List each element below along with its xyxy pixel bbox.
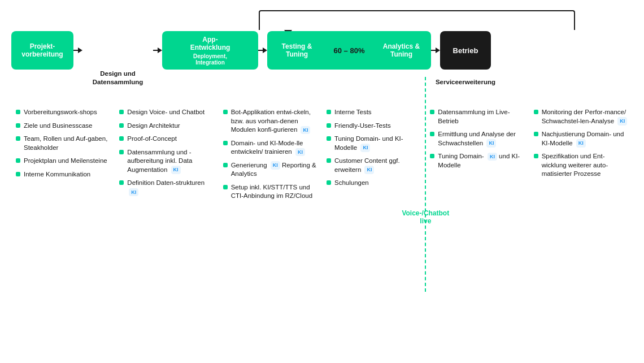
bullet-icon — [430, 110, 434, 114]
col1-list: Vorbereitungswork-shops Ziele und Busine… — [16, 108, 110, 179]
phases-row: Projekt- vorbereitung Design undDatensam… — [11, 31, 633, 70]
connector-5 — [431, 50, 436, 51]
percent-area: 60 – 80% — [327, 31, 372, 70]
phase-analytics: Analytics & Tuning — [372, 31, 431, 70]
list-item: Vorbereitungswork-shops — [16, 108, 110, 117]
bullet-icon — [223, 110, 228, 114]
bullet-icon — [16, 172, 20, 176]
phase-testing: Testing & Tuning — [267, 31, 327, 70]
list-item: Schulungen — [327, 179, 421, 188]
ki-badge: KI — [171, 166, 181, 174]
col6-list: Monitoring der Perfor-mance/ Schwachstel… — [534, 108, 628, 179]
arrow-2 — [158, 47, 162, 53]
bullet-icon — [16, 123, 20, 128]
phase-analytics-label: Analytics & Tuning — [383, 42, 420, 58]
connector-1 — [73, 50, 78, 51]
col-testing: Voice-/Chatbotlive Interne Tests Friendl… — [322, 108, 425, 205]
col2-list: Design Voice- und Chatbot Design Archite… — [119, 108, 214, 196]
bullet-icon — [119, 110, 124, 114]
phase-label: Projekt- vorbereitung — [21, 42, 63, 58]
list-item: Monitoring der Perfor-mance/ Schwachstel… — [534, 108, 628, 126]
ki-badge: KI — [486, 139, 496, 147]
live-label: Voice-/Chatbotlive — [402, 209, 449, 225]
phase-appentwicklung: App- Entwicklung Deployment,Integration — [162, 31, 258, 70]
list-item: Datensammlung im Live-Betrieb — [430, 108, 524, 126]
phase-appentwicklung-sublabel: Deployment,Integration — [193, 53, 227, 66]
list-item: Tuning Domain- KI und KI-Modelle — [430, 152, 524, 170]
list-item: Nachjustierung Domain- und KI-Modelle KI — [534, 130, 628, 148]
list-item: Design Architektur — [119, 122, 214, 131]
phase-appentwicklung-label: App- Entwicklung — [190, 36, 230, 51]
content-area: Vorbereitungswork-shops Ziele und Busine… — [11, 108, 633, 205]
merged-testing-analytics: Testing & Tuning 60 – 80% Analytics & Tu… — [267, 31, 431, 70]
list-item: Setup inkl. KI/STT/TTS und CTI-Anbindung… — [223, 183, 317, 201]
bullet-icon — [223, 141, 228, 145]
bullet-icon — [430, 154, 434, 158]
bullet-icon — [119, 136, 124, 141]
ki-badge: KI — [360, 144, 370, 152]
list-item: Projektplan und Meilensteine — [16, 157, 110, 166]
list-item: Proof-of-Concept — [119, 135, 214, 144]
bullet-icon — [327, 123, 331, 128]
list-item: Domain- und KI-Mode-lle entwickeln/ trai… — [223, 139, 317, 157]
col5-list: Datensammlung im Live-Betrieb Ermittlung… — [430, 108, 524, 170]
ki-badge: KI — [301, 126, 310, 134]
arrow-3 — [263, 47, 267, 53]
connector-2 — [153, 50, 158, 51]
phase-betrieb-label: Betrieb — [453, 46, 478, 55]
list-item: Definition Daten-strukturen KI — [119, 179, 214, 196]
list-item: Spezifikation und Ent-wicklung weiterer … — [534, 152, 628, 179]
bullet-icon — [327, 158, 331, 163]
list-item: Ermittlung und Analyse der Schwachstelle… — [430, 130, 524, 148]
bullet-icon — [223, 163, 228, 167]
list-item: Team, Rollen und Auf-gaben, Steakholder — [16, 135, 110, 152]
list-item: Tuning Domain- und KI-Modelle KI — [327, 135, 421, 152]
ki-badge: KI — [576, 139, 586, 147]
arrow-1 — [78, 47, 82, 53]
list-item: Design Voice- und Chatbot — [119, 108, 214, 117]
phase-projektvorbereitung: Projekt- vorbereitung — [11, 31, 73, 70]
col-design: Design Voice- und Chatbot Design Archite… — [115, 108, 218, 205]
phases-wrapper: Projekt- vorbereitung Design undDatensam… — [11, 31, 633, 70]
phase-design-wrapper: Design undDatensammlung — [82, 31, 153, 70]
bullet-icon — [119, 180, 124, 185]
connector-3 — [258, 50, 263, 51]
ki-badge: KI — [364, 166, 374, 174]
list-item: Ziele und Businesscase — [16, 122, 110, 131]
back-arrow-line — [259, 10, 575, 30]
ki-badge: KI — [488, 153, 497, 161]
phase-serviceerweiterung-label: Serviceerweiterung — [436, 79, 495, 85]
phase-testing-label: Testing & Tuning — [282, 42, 312, 58]
bullet-icon — [119, 123, 124, 128]
percent-label: 60 – 80% — [334, 46, 365, 55]
ki-badge: KI — [129, 188, 138, 196]
bullet-icon — [327, 136, 331, 141]
list-item: Customer Content ggf. erweitern KI — [327, 157, 421, 174]
ki-badge: KI — [271, 161, 280, 169]
bullet-icon — [534, 132, 538, 136]
bullet-icon — [119, 150, 124, 154]
phase-design-label: Design undDatensammlung — [93, 70, 143, 87]
bullet-icon — [327, 180, 331, 185]
page: Projekt- vorbereitung Design undDatensam… — [0, 0, 644, 363]
ki-badge: KI — [295, 148, 305, 156]
bullet-icon — [534, 154, 538, 158]
col-projektvorbereitung: Vorbereitungswork-shops Ziele und Busine… — [11, 108, 115, 205]
bullet-icon — [534, 110, 538, 114]
phase-betrieb-wrapper: Betrieb Serviceerweiterung — [440, 31, 491, 70]
list-item: Generierung KI Reporting & Analytics — [223, 161, 317, 179]
col4-list: Interne Tests Friendly-User-Tests Tuning… — [327, 108, 421, 188]
bullet-icon — [327, 110, 331, 114]
col-appentwicklung: Bot-Applikation entwi-ckeln, bzw. aus vo… — [219, 108, 322, 205]
list-item: Bot-Applikation entwi-ckeln, bzw. aus vo… — [223, 108, 317, 135]
list-item: Interne Tests — [327, 108, 421, 117]
bullet-icon — [223, 185, 228, 189]
col3-list: Bot-Applikation entwi-ckeln, bzw. aus vo… — [223, 108, 317, 201]
bullet-icon — [16, 110, 20, 114]
phase-betrieb: Betrieb — [440, 31, 491, 70]
list-item: Friendly-User-Tests — [327, 122, 421, 131]
bullet-icon — [16, 158, 20, 163]
bullet-icon — [430, 132, 434, 136]
list-item: Datensammlung und -aufbereitung inkl. Da… — [119, 148, 214, 175]
bullet-icon — [16, 136, 20, 141]
